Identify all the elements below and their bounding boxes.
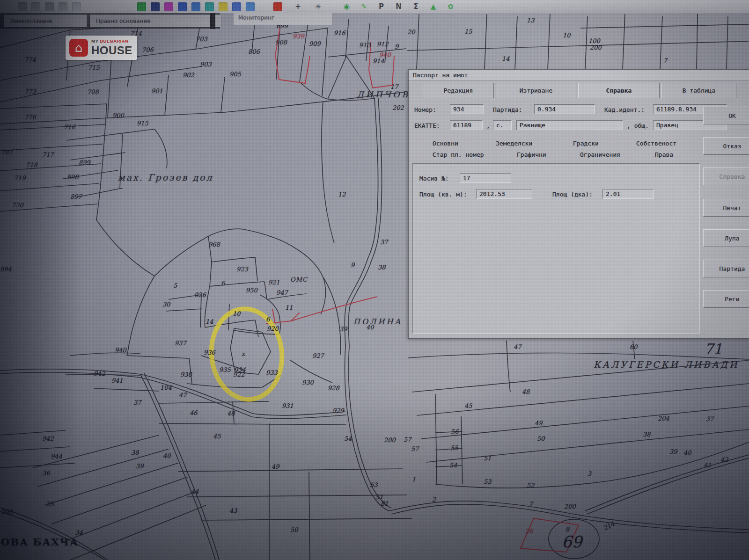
letter-sigma-icon[interactable]: Σ bbox=[411, 2, 420, 11]
parcel-label: 933 bbox=[266, 369, 278, 376]
parcel-label: 53 bbox=[370, 481, 378, 488]
parcel-label: 787 bbox=[1, 149, 13, 156]
layer-yellow-icon[interactable] bbox=[219, 2, 228, 11]
selo-prefix-box[interactable]: с. bbox=[493, 120, 512, 130]
category-tab-Ограничения[interactable]: Ограничения bbox=[577, 150, 623, 159]
layer-teal-icon[interactable] bbox=[205, 2, 214, 11]
side-button-Реги[interactable]: Реги bbox=[703, 290, 749, 308]
toolbar: +✳◉✎PNΣ▲✿ bbox=[0, 0, 749, 13]
parcel-label: 202 bbox=[392, 104, 404, 111]
side-button-Лупа[interactable]: Лупа bbox=[703, 229, 749, 247]
ekatte-field[interactable]: 61189 bbox=[450, 120, 483, 130]
parcel-label: 20 bbox=[407, 29, 415, 36]
dialog-tab-В таблица[interactable]: В таблица bbox=[661, 83, 736, 98]
parcel-label: 71 bbox=[705, 341, 722, 357]
parcel-label: 916 bbox=[334, 29, 345, 36]
print-icon[interactable] bbox=[59, 2, 67, 11]
place-label-grozev: мах. Грозев дол bbox=[118, 172, 213, 182]
layer-blue3-icon[interactable] bbox=[232, 2, 241, 11]
parcel-label: 50 bbox=[290, 526, 298, 533]
parcel-label: 912 bbox=[377, 41, 389, 48]
parcel-label: 929 bbox=[332, 407, 344, 414]
side-button-Партида[interactable]: Партида bbox=[703, 260, 749, 277]
parcel-label: 10 bbox=[563, 32, 571, 39]
parcel-label: 15 bbox=[464, 28, 472, 35]
area-dka-field[interactable]: 2.01 bbox=[602, 189, 654, 199]
side-button-Справка[interactable]: Справка bbox=[703, 167, 749, 185]
layer-navy-icon[interactable] bbox=[151, 2, 160, 11]
parcel-label: 55 bbox=[450, 444, 458, 451]
parcel-label: 706 bbox=[142, 46, 154, 53]
layer-magenta-icon[interactable] bbox=[164, 2, 173, 11]
category-tab-Стар пл. номер[interactable]: Стар пл. номер bbox=[430, 150, 487, 159]
nomer-field[interactable]: 934 bbox=[450, 104, 484, 114]
parcel-label: 942 bbox=[42, 435, 54, 442]
area-m2-label: Площ (кв. м): bbox=[419, 191, 467, 198]
dialog-tab-Изтриване[interactable]: Изтриване bbox=[496, 83, 576, 98]
parcel-label: 8 bbox=[565, 526, 569, 533]
parcel-label: 717 bbox=[42, 151, 54, 158]
dialog-tab-Справка[interactable]: Справка bbox=[578, 83, 660, 98]
parcel-label: 14 bbox=[206, 318, 213, 325]
parcel-label: 48 bbox=[227, 410, 235, 417]
layer-blue2-icon[interactable] bbox=[191, 2, 200, 11]
partida-field[interactable]: 0.934 bbox=[534, 104, 595, 114]
view-icon[interactable] bbox=[72, 2, 81, 11]
parcel-label: 43 bbox=[229, 507, 237, 514]
new-doc-icon[interactable] bbox=[18, 2, 27, 11]
side-button-ОК[interactable]: ОК bbox=[703, 107, 749, 124]
parcel-label: 901 bbox=[151, 87, 163, 95]
parcel-label: 898 bbox=[67, 174, 79, 181]
asterisk-icon[interactable]: ✳ bbox=[314, 2, 323, 11]
parcel-label: 3 bbox=[587, 470, 591, 477]
selo-field[interactable]: Равнище bbox=[516, 120, 623, 130]
parcel-label: 968 bbox=[208, 241, 220, 248]
save-icon[interactable] bbox=[45, 2, 54, 11]
parcel-label: 200 bbox=[564, 503, 576, 510]
parcel-label: 900 bbox=[112, 112, 124, 119]
dialog-tab-Редакция[interactable]: Редакция bbox=[423, 83, 494, 98]
tree-icon[interactable]: ▲ bbox=[429, 2, 438, 11]
nomer-label: Номер: bbox=[414, 106, 436, 113]
pencil-icon[interactable]: ✎ bbox=[360, 2, 368, 11]
masiv-field[interactable]: 17 bbox=[460, 173, 511, 183]
map-pin-icon[interactable]: ◉ bbox=[342, 2, 351, 11]
parcel-label: 942 bbox=[94, 370, 105, 377]
category-tab-Права[interactable]: Права bbox=[652, 150, 676, 159]
category-tab-Земеделски[interactable]: Земеделски bbox=[493, 139, 535, 148]
category-tab-Собственост[interactable]: Собственост bbox=[633, 139, 679, 148]
layer-blue4-icon[interactable] bbox=[246, 2, 255, 11]
parcel-label: 100 bbox=[588, 37, 600, 44]
letter-p-icon[interactable]: P bbox=[377, 2, 386, 11]
dialog-title[interactable]: Паспорт на имот bbox=[409, 70, 749, 80]
category-tab-Градски[interactable]: Градски bbox=[570, 139, 602, 148]
parcel-label: 45 bbox=[213, 433, 221, 440]
app-tab-1[interactable]: Правно основание bbox=[90, 15, 221, 27]
parcel-label: 44 bbox=[191, 488, 199, 495]
app-tab-0[interactable]: Земеползване bbox=[4, 15, 87, 27]
layer-blue-icon[interactable] bbox=[178, 2, 187, 11]
side-button-Печат[interactable]: Печат bbox=[703, 199, 749, 217]
parcel-label: 46 bbox=[190, 409, 198, 416]
comma: , bbox=[486, 122, 490, 129]
parcel-label: 69 bbox=[562, 532, 582, 551]
logo-my: MY bbox=[91, 38, 98, 44]
parcel-label: 57 bbox=[404, 436, 411, 443]
open-folder-icon[interactable] bbox=[31, 2, 40, 11]
category-tab-Графични[interactable]: Графични bbox=[514, 150, 549, 159]
parcel-label: 11 bbox=[285, 304, 293, 311]
category-tab-Основни[interactable]: Основни bbox=[430, 139, 461, 148]
letter-n-icon[interactable]: N bbox=[394, 2, 403, 11]
parcel-label: 13 bbox=[527, 17, 535, 24]
area-m2-field[interactable]: 2012.53 bbox=[476, 189, 532, 199]
layer-green-icon[interactable] bbox=[137, 2, 146, 11]
side-button-Отказ[interactable]: Отказ bbox=[703, 137, 749, 155]
parcel-label: 897 bbox=[70, 193, 82, 200]
logo-house: HOUSE bbox=[91, 44, 132, 57]
parcel-label: 60 bbox=[630, 343, 638, 350]
window-edge bbox=[210, 13, 215, 29]
stop-red-icon[interactable] bbox=[273, 2, 282, 11]
kad-ident-label: Кад.идент.: bbox=[604, 106, 645, 113]
leaf-icon[interactable]: ✿ bbox=[446, 2, 455, 11]
crosshair-icon[interactable]: + bbox=[294, 2, 302, 11]
